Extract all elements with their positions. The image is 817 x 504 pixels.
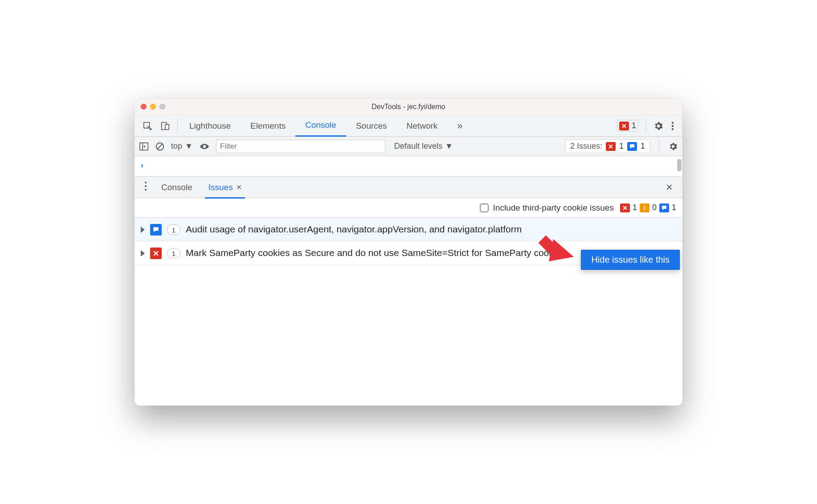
error-issue-icon [150, 248, 162, 259]
drawer-more-icon[interactable] [138, 181, 153, 193]
console-sidebar-toggle-icon[interactable] [139, 142, 149, 151]
console-prompt-icon: › [141, 161, 143, 170]
console-settings-icon[interactable] [668, 142, 678, 151]
console-toolbar: top ▼ Default levels ▼ 2 Issues: 1 [135, 137, 682, 156]
info-badge-icon [627, 142, 637, 151]
execution-context-selector[interactable]: top ▼ [171, 142, 193, 151]
issue-row[interactable]: 1 Audit usage of navigator.userAgent, na… [135, 218, 682, 241]
chevron-down-icon: ▼ [445, 142, 453, 151]
drawer-tab-console[interactable]: Console [153, 177, 200, 198]
include-third-party-label: Include third-party cookie issues [493, 203, 614, 213]
tab-network[interactable]: Network [397, 115, 448, 137]
drawer-tab-issues[interactable]: Issues × [200, 177, 250, 198]
scrollbar-thumb[interactable] [677, 159, 682, 171]
svg-point-12 [145, 185, 147, 187]
include-third-party-toggle[interactable]: Include third-party cookie issues [480, 203, 614, 213]
inspect-element-icon[interactable] [143, 121, 152, 131]
window-title: DevTools - jec.fyi/demo [135, 103, 682, 111]
drawer-tab-close-icon[interactable]: × [237, 182, 242, 192]
svg-point-10 [204, 146, 205, 147]
expand-triangle-icon[interactable] [141, 250, 145, 256]
drawer-tab-issues-label: Issues [208, 183, 233, 192]
svg-point-11 [145, 182, 147, 183]
context-label: top [171, 142, 182, 151]
svg-point-5 [672, 128, 674, 130]
divider [177, 120, 178, 132]
console-filter-input[interactable] [216, 140, 385, 153]
context-menu-label: Hide issues like this [591, 255, 670, 264]
warning-count: 0 [652, 203, 657, 212]
svg-point-4 [672, 125, 674, 126]
warning-badge-icon: ! [640, 203, 650, 212]
issue-count-pill: 1 [167, 224, 180, 235]
log-levels-selector[interactable]: Default levels ▼ [394, 142, 453, 151]
drawer-tabstrip: Console Issues × × [135, 177, 682, 198]
issues-info-count: 1 [641, 142, 645, 151]
svg-point-13 [145, 189, 147, 191]
info-badge-icon [659, 203, 669, 212]
issue-counts: 1 ! 0 1 [620, 203, 676, 212]
issue-count-pill: 1 [167, 248, 180, 259]
tab-elements[interactable]: Elements [241, 115, 295, 137]
expand-triangle-icon[interactable] [141, 227, 145, 233]
error-badge-icon [606, 142, 616, 151]
issues-toolbar: Include third-party cookie issues 1 ! 0 … [135, 198, 682, 218]
error-badge-icon [619, 122, 629, 130]
error-count: 1 [633, 203, 637, 212]
issue-title: Audit usage of navigator.userAgent, navi… [186, 223, 676, 236]
checkbox-icon [480, 203, 489, 212]
tab-sources[interactable]: Sources [346, 115, 397, 137]
devtools-window: DevTools - jec.fyi/demo Lighthouse [135, 98, 682, 406]
issues-label: 2 Issues: [570, 142, 602, 151]
issues-error-count: 1 [619, 142, 624, 151]
tab-lighthouse[interactable]: Lighthouse [180, 115, 241, 137]
info-issue-icon [150, 224, 162, 236]
error-count: 1 [632, 121, 636, 130]
titlebar: DevTools - jec.fyi/demo [135, 98, 682, 115]
svg-rect-2 [165, 124, 169, 130]
tab-console[interactable]: Console [295, 115, 346, 137]
live-expression-icon[interactable] [199, 142, 210, 150]
levels-label: Default levels [394, 142, 442, 151]
more-options-icon[interactable] [668, 121, 677, 131]
chevron-down-icon: ▼ [185, 142, 193, 151]
drawer-tab-console-label: Console [161, 183, 192, 192]
console-body[interactable]: › [135, 156, 682, 177]
context-menu-item-hide-issues[interactable]: Hide issues like this [581, 250, 680, 270]
tabs-overflow-button[interactable]: » [447, 115, 472, 137]
device-toolbar-icon[interactable] [160, 121, 170, 131]
error-counter[interactable]: 1 [617, 120, 638, 132]
divider [659, 140, 659, 153]
svg-line-9 [158, 144, 163, 149]
panel-tabstrip: Lighthouse Elements Console Sources Netw… [135, 115, 682, 137]
error-badge-icon [620, 203, 630, 212]
divider [645, 120, 646, 132]
info-count: 1 [672, 203, 676, 212]
svg-point-3 [672, 122, 674, 123]
drawer-close-icon[interactable]: × [660, 180, 679, 194]
issues-summary-button[interactable]: 2 Issues: 1 1 [565, 139, 650, 153]
clear-console-icon[interactable] [155, 142, 165, 151]
settings-icon[interactable] [653, 121, 664, 131]
